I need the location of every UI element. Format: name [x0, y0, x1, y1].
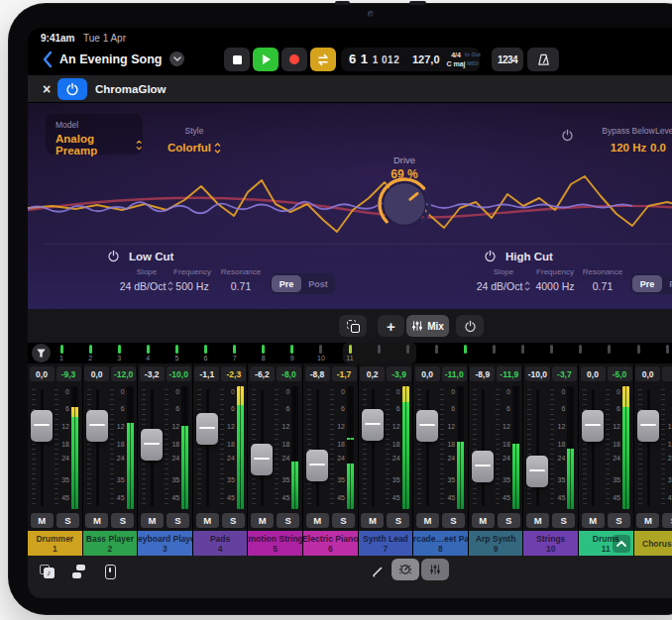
mute-button[interactable]: M — [416, 513, 439, 528]
high-cut-resonance[interactable]: Resonance 0.71 — [571, 267, 634, 292]
solo-button[interactable]: S — [56, 513, 79, 528]
fader-db-value[interactable]: 0,0 — [581, 366, 606, 381]
cycle-button[interactable] — [310, 48, 336, 71]
mute-button[interactable]: M — [361, 513, 384, 528]
overview-track-tick[interactable] — [372, 345, 386, 355]
mute-button[interactable]: M — [472, 513, 495, 528]
mute-button[interactable]: M — [306, 513, 329, 528]
stop-button[interactable] — [224, 48, 250, 71]
volume-fader[interactable] — [472, 451, 494, 482]
peak-db-value[interactable]: -11,0 — [442, 366, 467, 381]
fader-db-value[interactable]: -3,2 — [140, 366, 165, 381]
solo-button[interactable]: S — [662, 513, 672, 528]
loop-browser-button[interactable]: ♪ — [36, 562, 57, 581]
level-control[interactable]: Level 0.0 — [650, 120, 672, 154]
solo-button[interactable]: S — [111, 513, 134, 528]
fader-db-value[interactable]: -1,1 — [194, 366, 219, 381]
high-cut-power-button[interactable] — [484, 250, 497, 262]
plugins-button[interactable] — [67, 562, 89, 581]
peak-db-value[interactable]: -9,3 — [56, 366, 81, 381]
overview-track-tick[interactable] — [400, 345, 414, 355]
track-name-button[interactable]: Bass Player2 — [83, 531, 138, 556]
peak-db-value[interactable]: -12,0 — [111, 366, 136, 381]
volume-fader[interactable] — [416, 410, 438, 442]
channel-strip-button[interactable] — [99, 562, 121, 581]
fader-db-value[interactable]: 0,0 — [415, 366, 440, 381]
mix-view-button[interactable]: Mix — [406, 315, 449, 337]
play-button[interactable] — [253, 48, 279, 71]
volume-fader[interactable] — [31, 410, 53, 442]
solo-button[interactable]: S — [498, 513, 520, 528]
overview-track-tick[interactable] — [603, 345, 616, 355]
solo-button[interactable]: S — [332, 513, 355, 528]
solo-button[interactable]: S — [277, 513, 299, 528]
fader-db-value[interactable]: 0,0 — [84, 366, 109, 381]
track-overview-ruler[interactable]: 1234567891011 — [28, 343, 672, 363]
plugin-power-button[interactable] — [57, 78, 87, 100]
filter-tracks-button[interactable] — [32, 344, 51, 362]
mixer-power-button[interactable] — [456, 315, 484, 337]
bypass-power-button[interactable] — [561, 128, 574, 146]
solo-button[interactable]: S — [552, 513, 575, 528]
lcd-display[interactable]: 6 1 1 012 127,0 4/4C maj In OutMIDI — [341, 48, 480, 71]
fader-db-value[interactable]: 0,0 — [635, 366, 660, 381]
collapse-stack-button[interactable] — [613, 535, 630, 553]
solo-button[interactable]: S — [442, 513, 465, 528]
overview-track-tick[interactable] — [574, 345, 588, 355]
mute-button[interactable]: M — [526, 513, 549, 528]
post-button[interactable]: Post — [664, 275, 672, 292]
low-cut-power-button[interactable] — [107, 250, 120, 262]
overview-track-tick[interactable] — [488, 345, 502, 355]
peak-db-value[interactable]: -2,3 — [221, 366, 246, 381]
add-track-button[interactable]: + — [378, 315, 404, 337]
volume-fader[interactable] — [582, 410, 604, 442]
track-name-button[interactable]: Drums11 — [579, 531, 633, 556]
fader-db-value[interactable]: -8,8 — [305, 366, 330, 381]
overview-track-tick[interactable] — [458, 345, 472, 355]
overview-track-tick[interactable]: 10 — [314, 345, 328, 362]
overview-track-tick[interactable]: 6 — [199, 345, 213, 362]
mute-button[interactable]: M — [31, 513, 54, 528]
overview-track-tick[interactable]: 5 — [169, 345, 183, 362]
pre-button[interactable]: Pre — [272, 275, 301, 292]
drive-knob[interactable] — [377, 176, 432, 232]
peak-db-value[interactable]: -8,0 — [277, 366, 301, 381]
track-name-button[interactable]: Chorus V — [634, 531, 672, 556]
peak-db-value[interactable]: -5,0 — [608, 366, 632, 381]
mute-button[interactable]: M — [196, 513, 219, 528]
solo-button[interactable]: S — [222, 513, 245, 528]
overview-track-tick[interactable]: 7 — [228, 345, 242, 362]
overview-track-tick[interactable]: 3 — [112, 345, 126, 362]
overview-track-tick[interactable]: 4 — [141, 345, 155, 362]
duplicate-button[interactable] — [339, 315, 367, 337]
volume-fader[interactable] — [196, 413, 218, 445]
volume-fader[interactable] — [86, 410, 108, 442]
volume-fader[interactable] — [526, 456, 548, 487]
overview-track-tick[interactable] — [631, 345, 645, 355]
overview-track-tick[interactable] — [660, 345, 672, 355]
overview-track-tick[interactable]: 8 — [257, 345, 271, 362]
fader-db-value[interactable]: -8,9 — [470, 366, 495, 381]
peak-db-value[interactable]: -10,0 — [167, 366, 191, 381]
volume-fader[interactable] — [251, 444, 273, 475]
model-selector[interactable]: Model Analog Preamp — [46, 114, 143, 155]
fader-db-value[interactable]: -10,0 — [525, 366, 550, 381]
peak-db-value[interactable]: -3,9 — [387, 366, 411, 381]
low-cut-resonance[interactable]: Resonance 0.71 — [209, 267, 273, 292]
track-name-button[interactable]: Pads4 — [193, 531, 248, 556]
peak-db-value[interactable] — [662, 366, 672, 381]
track-name-button[interactable]: Keyboard Player3 — [138, 531, 192, 556]
style-selector[interactable]: Style Colorful — [157, 120, 232, 154]
pre-button[interactable]: Pre — [632, 275, 662, 292]
metronome-button[interactable] — [527, 48, 559, 71]
faders-view-button[interactable] — [421, 559, 449, 580]
overview-track-tick[interactable] — [545, 345, 559, 355]
track-name-button[interactable]: Emotion Strings5 — [248, 531, 302, 556]
peak-db-value[interactable]: -11,9 — [497, 366, 521, 381]
controls-view-button[interactable] — [392, 559, 419, 580]
overview-track-tick[interactable]: 2 — [83, 345, 97, 362]
mute-button[interactable]: M — [582, 513, 605, 528]
track-name-button[interactable]: Electric Piano6 — [303, 531, 358, 556]
project-title-menu[interactable]: An Evening Song — [59, 52, 184, 66]
mute-button[interactable]: M — [636, 513, 659, 528]
